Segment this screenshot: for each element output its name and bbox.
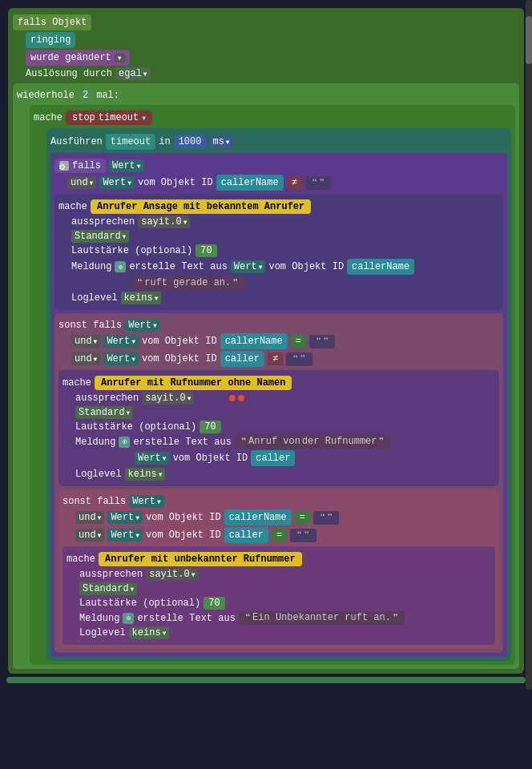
standard2-dropdown[interactable]: Standard [75,406,133,419]
ausfuehren-value[interactable]: 1000 [174,135,207,148]
lautstaerke2-label: Lautstärke (optional) [75,421,196,433]
sonst-falls2-label: sonst falls [62,496,126,507]
lautstaerke3-row: Lautstärke (optional) 70 [79,597,491,610]
aussprechen1-row: aussprechen sayit.0 [71,215,499,228]
standard3-row: Standard [79,582,491,595]
bottom-bar [6,677,526,683]
sonst-falls2-und2-row: und Wert vom Objekt ID caller [75,527,495,543]
mache2-label: mache [62,377,91,389]
meldung1-label: Meldung [71,261,111,272]
ein-unbekannter-quote: ❝ Ein Unbekannter ruft an. ❞ [239,611,405,625]
sonst-falls1-und2-row: und Wert vom Objekt ID caller [71,351,499,367]
falls1-container: ⚙ falls Wert und We [50,153,507,657]
quote-sf2: ❝ ❞ [313,511,339,525]
und2-sf2-dropdown[interactable]: und [75,529,104,542]
loglevel2-label: Loglevel [75,469,122,480]
scrollbar-thumb[interactable] [526,16,532,64]
und-sf1-dropdown[interactable]: und [71,335,100,348]
egal-dropdown[interactable]: egal [115,67,151,80]
ringing-row: ringing [26,32,519,48]
sayit2-dropdown[interactable]: sayit.0 [142,392,194,405]
loglevel2-row: Loglevel keins [75,468,495,481]
vom-objekt-id2-sf2: vom Objekt ID [146,529,221,541]
und1-dropdown[interactable]: und [67,176,96,189]
wert-vom-dropdown[interactable]: Wert [99,176,135,189]
standard1-dropdown[interactable]: Standard [71,230,129,243]
wurde-geaendert-dropdown[interactable] [115,54,125,62]
main-container: falls Objekt ringing wurde geändert Ausl… [0,0,532,690]
mache1-label: mache [58,201,87,212]
falls1-header-row: ⚙ falls Wert [54,159,503,173]
wiederhole-mal: mal: [96,90,119,101]
falls1-icon: ⚙ [59,161,69,171]
aussprechen1-label: aussprechen [71,216,135,227]
sayit1-dropdown[interactable]: sayit.0 [138,215,190,228]
loglevel3-dropdown[interactable]: keins [129,626,170,639]
vom-objekt-id-text1: vom Objekt ID [138,177,213,188]
wert-sf1-dropdown[interactable]: Wert [103,335,139,348]
sayit3-dropdown[interactable]: sayit.0 [146,568,198,581]
und-sf2-dropdown[interactable]: und [75,511,104,524]
lautstaerke1-value[interactable]: 70 [195,244,216,257]
ausfuehren-timeout: timeout [106,134,155,150]
falls1-und-row: und Wert vom Objekt ID callerName ≠ [67,175,503,191]
wert-caller-dropdown[interactable]: Wert [135,452,170,465]
wert-sf2-dropdown[interactable]: Wert [107,511,143,524]
wiederhole-block: wiederhole 2 mal: mache stop timeout ▼ [13,83,519,669]
quote2-sf2: ❝ ❞ [290,529,316,542]
loglevel2-dropdown[interactable]: keins [125,468,166,481]
sonst-falls2-wert-dropdown[interactable]: Wert [129,495,164,508]
mache3-title: Anrufer mit unbekannter Rufnummer [99,552,302,566]
und2-sf1-dropdown[interactable]: und [71,352,100,365]
stop-timeout-block[interactable]: stop timeout ▼ [66,111,152,125]
stop-dropdown-arrow: ▼ [142,115,146,122]
neq-block-sf1[interactable]: ≠ [268,352,283,365]
eq-block-sf1[interactable]: = [291,335,306,348]
caller-name-sf1: callerName [220,333,288,349]
sonst-falls1-wert-dropdown[interactable]: Wert [125,319,160,332]
falls-objekt-label[interactable]: falls Objekt [13,14,91,30]
caller-sf1: caller [220,351,264,367]
eq-block-sf2[interactable]: = [295,511,310,524]
meldung2-row: Meldung ⚙ erstelle Text aus ❝ Anruf von … [75,435,495,449]
falls-objekt-block: falls Objekt ringing wurde geändert Ausl… [8,8,524,674]
quote2-sf1: ❝ ❞ [286,352,312,366]
ruft-gerade-an-row: ❝ ruft gerade an. ❞ [131,276,499,290]
lautstaerke2-value[interactable]: 70 [200,421,220,433]
loglevel1-row: Loglevel keins [71,292,499,304]
wurde-geaendert-label[interactable]: wurde geändert [26,50,130,66]
neq-block1[interactable]: ≠ [287,176,302,189]
wiederhole-count[interactable]: 2 [78,89,93,102]
caller-sf2: caller [224,527,268,543]
wert-meldung1-dropdown[interactable]: Wert [231,260,266,273]
sonst-falls1-header-row: sonst falls Wert [58,319,499,332]
sonst-falls2-und1-row: und Wert vom Objekt ID callerName [75,509,495,525]
standard3-dropdown[interactable]: Standard [79,582,137,595]
anruf-von-quote: ❝ Anruf von der Rufnummer ❞ [235,435,391,449]
ausfuehren-in: in [159,136,170,147]
standard1-row: Standard [71,230,499,243]
scrollbar[interactable] [526,0,532,690]
mache2-title: Anrufer mit Rufnummer ohne Namen [95,376,292,390]
lautstaerke3-value[interactable]: 70 [204,597,224,610]
mache3-container: mache Anrufer mit unbekannter Rufnummer … [62,546,495,645]
falls-objekt-row: falls Objekt [13,14,519,30]
meldung3-row: Meldung ⚙ erstelle Text aus ❝ Ein Unbeka… [79,611,491,625]
falls1-block: ⚙ falls [54,159,106,173]
eq-block2-sf2[interactable]: = [272,529,287,542]
wert2-sf2-dropdown[interactable]: Wert [107,529,143,542]
mache1-row: mache Anrufer Ansage mit bekanntem Anruf… [58,199,499,214]
ms-dropdown[interactable]: ms [209,135,232,148]
loglevel1-dropdown[interactable]: keins [121,292,162,304]
quote-block1: ❝ ❞ [305,176,331,190]
wert2-sf1-dropdown[interactable]: Wert [103,352,139,365]
sonst-falls1-label: sonst falls [58,320,122,331]
erstelle-text3: erstelle Text aus [137,613,235,624]
ausloesung-text: Auslösung durch [26,68,112,79]
mache1-container: mache Anrufer Ansage mit bekanntem Anruf… [54,194,503,310]
caller-name-block2: callerName [347,259,414,275]
mache1-title: Anrufer Ansage mit bekanntem Anrufer [91,199,311,214]
falls1-wert-dropdown[interactable]: Wert [109,159,144,172]
vom-objekt-id2-sf1: vom Objekt ID [142,353,217,364]
vom-objekt-id-m2: vom Objekt ID [173,453,248,464]
